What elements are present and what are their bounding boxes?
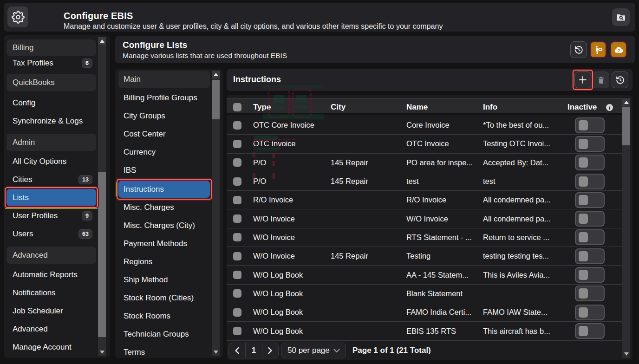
inactive-toggle[interactable] [575,228,605,247]
types-scrollbar[interactable] [212,71,220,356]
scrollbar-thumb[interactable] [212,80,220,119]
sidebar-item-synchronize-logs[interactable]: Synchronize & Logs [7,112,96,130]
inactive-toggle[interactable] [575,285,605,303]
scroll-up-button[interactable] [622,98,630,106]
inactive-toggle[interactable] [575,191,605,209]
select-all-checkbox[interactable] [233,99,241,115]
scroll-down-button[interactable] [98,348,106,356]
info-icon[interactable]: i [606,104,613,111]
tour-button[interactable] [590,41,606,58]
scroll-up-button[interactable] [212,71,220,78]
cell-name: R/O Invoice [406,191,480,209]
scroll-down-button[interactable] [622,350,630,358]
cell-city: 145 Repair [331,247,403,265]
row-checkbox[interactable] [233,285,241,303]
table-row[interactable]: W/O Log BookBlank Statement [227,285,622,303]
table-row[interactable]: W/O Invoice145 RepairTestingtesting test… [227,247,622,266]
sidebar-item-advanced[interactable]: Advanced [7,320,96,338]
table-history-button[interactable] [612,72,628,88]
folder-search-button[interactable] [612,8,630,26]
row-checkbox[interactable] [233,191,241,209]
delete-button[interactable] [593,72,609,88]
row-checkbox[interactable] [233,116,241,134]
scroll-up-button[interactable] [98,37,106,45]
inactive-toggle[interactable] [575,172,605,190]
row-checkbox[interactable] [233,266,241,284]
column-header-name[interactable]: Name [406,99,428,115]
next-page-button[interactable] [262,343,278,358]
sidebar-item-tax-profiles[interactable]: Tax Profiles6 [7,54,96,72]
column-header-info[interactable]: Info [483,99,497,115]
sidebar-item-lists[interactable]: Lists [7,189,96,206]
type-item-ibs[interactable]: IBS [118,162,210,179]
type-item-terms[interactable]: Terms [118,344,210,358]
column-header-inactive[interactable]: Inactive [567,99,597,115]
row-checkbox[interactable] [233,247,241,265]
inactive-toggle[interactable] [575,303,605,321]
row-checkbox[interactable] [233,135,241,153]
sidebar-item-users[interactable]: Users63 [7,225,96,242]
sidebar-item-user-profiles[interactable]: User Profiles9 [7,207,96,224]
help-button[interactable]: ? [610,41,627,58]
type-item-regions[interactable]: Regions [118,253,210,270]
cell-name: FAMO India Certi... [406,303,480,321]
row-checkbox[interactable] [233,322,241,340]
sidebar-item-manage-account[interactable]: Manage Account [7,338,96,356]
scrollbar-thumb[interactable] [622,107,630,145]
type-item-stock-rooms[interactable]: Stock Rooms [118,307,210,325]
sidebar-item-all-city-options[interactable]: All City Options [7,153,96,170]
type-item-instructions[interactable]: Instructions [118,181,210,198]
type-item-ship-method[interactable]: Ship Method [118,271,210,288]
current-page[interactable]: 1 [245,343,261,358]
sidebar-item-config[interactable]: Config [7,94,96,111]
per-page-select[interactable]: 50 per page [281,343,346,358]
row-checkbox[interactable] [233,228,241,247]
svg-text:?: ? [617,48,620,52]
cell-type: W/O Invoice [253,247,327,265]
table-row[interactable]: R/O InvoiceR/O InvoiceAll condemned pa..… [227,191,622,209]
inactive-toggle[interactable] [575,209,605,228]
type-item-technician-groups[interactable]: Technician Groups [118,325,210,343]
table-row[interactable]: OTC InvoiceOTC InvoiceTesting OTC Invoi.… [227,135,622,153]
inactive-toggle[interactable] [575,135,605,153]
cell-type: W/O Invoice [253,209,327,228]
inactive-toggle[interactable] [575,322,605,340]
add-button[interactable] [574,72,591,88]
row-checkbox[interactable] [233,154,241,172]
table-row[interactable]: W/O Log BookAA - 145 Statem...This is Av… [227,266,622,284]
inactive-toggle[interactable] [575,247,605,265]
table-row[interactable]: W/O InvoiceW/O InvoiceAll condemned pa..… [227,209,622,228]
sidebar-item-job-scheduler[interactable]: Job Scheduler [7,302,96,319]
sidebar-item-notifications[interactable]: Notifications [7,284,96,301]
row-checkbox[interactable] [233,172,241,190]
column-header-type[interactable]: Type [253,99,271,115]
type-item-currency[interactable]: Currency [118,143,210,161]
table-row[interactable]: W/O InvoiceRTS Statement - ...Return to … [227,228,622,247]
type-item-misc-charges-city[interactable]: Misc. Charges (City) [118,217,210,234]
table-row[interactable]: OTC Core InvoiceCore Invoice*To the best… [227,116,622,135]
type-item-payment-methods[interactable]: Payment Methods [118,235,210,252]
type-item-billing-profile-groups[interactable]: Billing Profile Groups [118,89,210,106]
sidebar-scrollbar[interactable] [98,37,106,356]
table-row[interactable]: P/O145 Repairtesttest [227,172,622,191]
inactive-toggle[interactable] [575,154,605,172]
prev-page-button[interactable] [229,343,245,358]
table-row[interactable]: W/O Log BookEBIS 135 RTSThis aircraft ha… [227,322,622,340]
row-checkbox[interactable] [233,209,241,228]
type-item-city-groups[interactable]: City Groups [118,107,210,124]
table-scrollbar[interactable] [622,98,630,358]
history-button[interactable] [570,41,587,58]
scrollbar-thumb[interactable] [98,172,106,337]
column-header-city[interactable]: City [331,99,346,115]
row-checkbox[interactable] [233,303,241,321]
type-item-misc-charges[interactable]: Misc. Charges [118,199,210,216]
inactive-toggle[interactable] [575,116,605,134]
table-row[interactable]: W/O Log BookFAMO India Certi...FAMO IAW … [227,303,622,322]
type-item-stock-room-cities[interactable]: Stock Room (Cities) [118,289,210,306]
scroll-down-button[interactable] [212,348,220,356]
type-item-cost-center[interactable]: Cost Center [118,125,210,143]
table-row[interactable]: P/O145 RepairPO area for inspe...Accepte… [227,154,622,172]
inactive-toggle[interactable] [575,266,605,284]
sidebar-item-automatic-reports[interactable]: Automatic Reports [7,266,96,283]
sidebar-item-cities[interactable]: Cities13 [7,171,96,188]
